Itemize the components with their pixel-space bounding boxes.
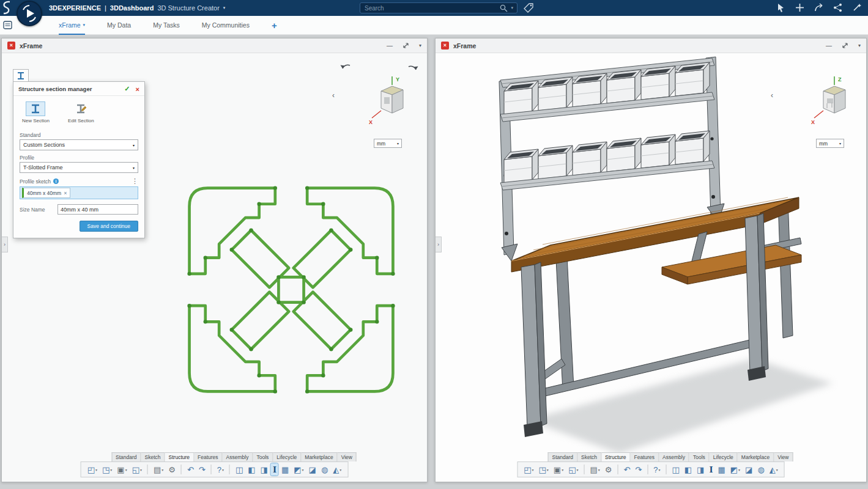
tool-new-model-icon[interactable]: ◰▾: [522, 463, 535, 476]
save-and-continue-button[interactable]: Save and continue: [80, 221, 138, 232]
minimize-icon[interactable]: —: [387, 42, 393, 49]
bottom-tab-standard[interactable]: Standard: [111, 452, 141, 461]
tool-solid-tool-icon[interactable]: ◧: [246, 463, 257, 476]
tool-sphere-tool-icon[interactable]: ◍: [319, 463, 330, 476]
bottom-tab-lifecycle[interactable]: Lifecycle: [273, 452, 301, 461]
collapse-icon[interactable]: ▾: [858, 43, 861, 48]
collapse-icon[interactable]: ▾: [419, 43, 421, 48]
add-icon[interactable]: [795, 2, 805, 13]
bottom-tab-tools[interactable]: Tools: [689, 452, 710, 461]
search-icon[interactable]: [499, 4, 508, 13]
tool-chamfer-tool-icon[interactable]: ◪: [743, 463, 754, 476]
tool-preferences-gear-icon[interactable]: ⚙: [166, 463, 177, 476]
bottom-tab-structure[interactable]: Structure: [601, 452, 631, 461]
bottom-tab-assembly[interactable]: Assembly: [223, 452, 253, 461]
search-input[interactable]: [360, 5, 499, 12]
tool-redo-icon[interactable]: ↷: [633, 463, 644, 476]
view-cube[interactable]: Z X: [809, 74, 853, 125]
cancel-x-icon[interactable]: ×: [136, 86, 139, 93]
info-icon[interactable]: i: [53, 178, 59, 184]
tool-share-export-icon[interactable]: ◭▾: [768, 463, 780, 476]
bottom-tab-marketplace[interactable]: Marketplace: [738, 452, 774, 461]
confirm-check-icon[interactable]: ✓: [124, 85, 130, 93]
view-cube[interactable]: Y X: [366, 74, 410, 125]
tool-assembly-tool-icon[interactable]: ◩▾: [729, 463, 742, 476]
tool-undo-icon[interactable]: ↶: [621, 463, 632, 476]
global-search[interactable]: ▾: [360, 2, 517, 13]
tool-redo-icon[interactable]: ↷: [197, 463, 207, 476]
tool-preferences-gear-icon[interactable]: ⚙: [603, 463, 614, 476]
pointer-icon[interactable]: [776, 2, 786, 13]
bottom-tab-lifecycle[interactable]: Lifecycle: [710, 452, 738, 461]
rotate-right-icon[interactable]: [407, 63, 419, 75]
model-viewport[interactable]: ›: [436, 53, 866, 482]
tool-solid-tool-icon[interactable]: ◧: [683, 463, 694, 476]
tool-save-icon[interactable]: ▣▾: [552, 463, 565, 476]
add-tab-button[interactable]: +: [272, 16, 277, 35]
tool-undo-icon[interactable]: ↶: [185, 463, 196, 476]
bottom-tab-features[interactable]: Features: [194, 452, 223, 461]
edit-section-button[interactable]: Edit Section: [68, 101, 94, 123]
network-share-icon[interactable]: [833, 2, 843, 13]
minimize-icon[interactable]: —: [826, 42, 832, 49]
new-section-button[interactable]: New Section: [22, 101, 50, 123]
tool-new-model-icon[interactable]: ◰▾: [86, 463, 99, 476]
window-header[interactable]: × xFrame — ▾: [436, 39, 866, 53]
dialog-tab[interactable]: [13, 69, 29, 81]
size-name-input[interactable]: [57, 204, 138, 215]
bottom-tab-structure[interactable]: Structure: [165, 452, 195, 461]
tool-print-icon[interactable]: ▤▾: [152, 463, 165, 476]
tool-import-geometry-icon[interactable]: ◫: [234, 463, 245, 476]
standard-dropdown[interactable]: Custom Sections ▾: [20, 139, 138, 150]
sketch-viewport[interactable]: › ‹ Y X mm: [2, 53, 427, 482]
tool-chamfer-tool-icon[interactable]: ◪: [307, 463, 318, 476]
share-icon[interactable]: [814, 2, 824, 13]
tool-open-model-icon[interactable]: ◳▾: [537, 463, 551, 476]
bottom-tab-features[interactable]: Features: [631, 452, 659, 461]
tool-help-icon[interactable]: ?▾: [215, 463, 226, 476]
tool-frame-tool-icon[interactable]: ▦: [280, 463, 291, 476]
unit-dropdown[interactable]: mm ▾: [816, 139, 844, 148]
tool-model-settings-icon[interactable]: ◱▾: [566, 463, 580, 476]
tool-structure-section-tool-icon[interactable]: I: [707, 463, 714, 476]
sketch-chip[interactable]: 40mm x 40mm ×: [22, 188, 70, 198]
tool-help-icon[interactable]: ?▾: [651, 463, 662, 476]
profile-dropdown[interactable]: T-Slotted Frame ▾: [20, 162, 138, 173]
tab-my-tasks[interactable]: My Tasks: [153, 16, 180, 35]
tool-sketch-tool-icon[interactable]: ◨: [695, 463, 706, 476]
3dexperience-compass-logo[interactable]: [17, 1, 42, 26]
tab-xframe[interactable]: xFrame▾: [59, 16, 85, 35]
profile-sketch-field[interactable]: 40mm x 40mm ×: [20, 186, 138, 199]
tag-icon[interactable]: [524, 3, 534, 13]
bottom-tab-sketch[interactable]: Sketch: [577, 452, 601, 461]
tool-sketch-tool-icon[interactable]: ◨: [259, 463, 270, 476]
tool-save-icon[interactable]: ▣▾: [115, 463, 128, 476]
bottom-tab-tools[interactable]: Tools: [253, 452, 273, 461]
window-header[interactable]: × xFrame — ▾: [2, 39, 427, 53]
dashboard-menu-icon[interactable]: [3, 20, 13, 30]
bottom-tab-marketplace[interactable]: Marketplace: [301, 452, 337, 461]
tab-my-communities[interactable]: My Communities: [202, 16, 250, 35]
search-options-caret[interactable]: ▾: [511, 6, 513, 10]
bottom-tab-view[interactable]: View: [774, 452, 793, 461]
tool-open-model-icon[interactable]: ◳▾: [100, 463, 114, 476]
bottom-tab-assembly[interactable]: Assembly: [659, 452, 689, 461]
compass-collapse-chevron[interactable]: ‹: [771, 91, 773, 100]
tool-frame-tool-icon[interactable]: ▦: [716, 463, 727, 476]
chip-remove-icon[interactable]: ×: [64, 190, 67, 196]
tool-sphere-tool-icon[interactable]: ◍: [755, 463, 766, 476]
tab-my-data[interactable]: My Data: [107, 16, 131, 35]
profile-sketch[interactable]: [177, 175, 406, 404]
tool-model-settings-icon[interactable]: ◱▾: [130, 463, 144, 476]
kebab-menu-icon[interactable]: ⋮: [132, 177, 138, 185]
resize-icon[interactable]: [842, 42, 848, 49]
app-context-selector[interactable]: 3D Structure Creator: [157, 4, 219, 12]
tool-print-icon[interactable]: ▤▾: [588, 463, 601, 476]
tool-structure-section-tool-icon[interactable]: I: [271, 463, 278, 476]
bottom-tab-sketch[interactable]: Sketch: [141, 452, 165, 461]
unit-dropdown[interactable]: mm ▾: [374, 139, 402, 148]
tools-wand-icon[interactable]: [851, 2, 862, 13]
chevron-down-icon[interactable]: ▾: [223, 6, 226, 10]
rotate-left-icon[interactable]: [339, 62, 352, 74]
bottom-tab-standard[interactable]: Standard: [548, 452, 578, 461]
